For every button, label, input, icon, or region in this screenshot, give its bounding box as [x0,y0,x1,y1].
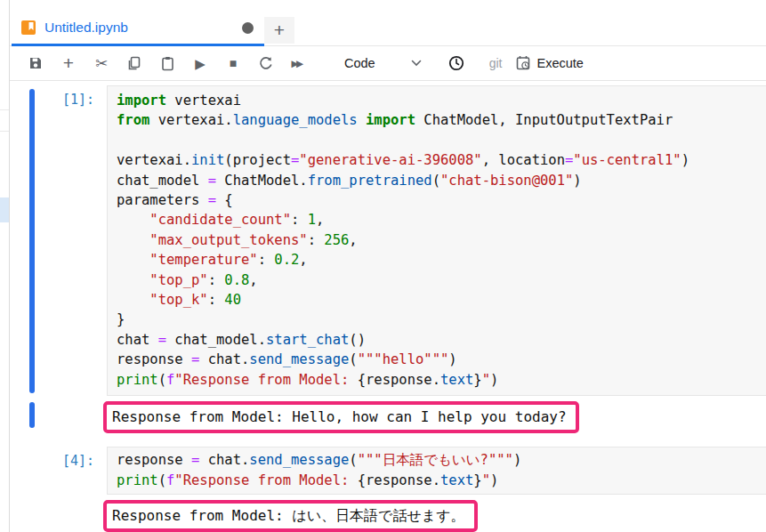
output-annotation-box-1: Response from Model: Hello, how can I he… [103,401,579,433]
restart-kernel-button[interactable] [258,53,274,73]
new-tab-button[interactable]: + [264,17,294,44]
code-editor-1[interactable]: import vertexaifrom vertexai.language_mo… [107,85,766,396]
save-button[interactable] [28,53,44,73]
output-prompt-spacer [10,396,107,433]
rail-highlight [0,197,9,222]
copy-cells-button[interactable] [126,53,142,73]
stop-icon: ■ [230,57,237,69]
code-editor-2[interactable]: response = chat.send_message("""日本語でもいい?… [107,447,766,495]
output-text-1: Response from Model: Hello, how can I he… [112,408,567,425]
clipboard-icon [161,56,174,71]
cell-type-dropdown[interactable]: Code [344,56,375,70]
restart-icon [259,56,273,70]
play-icon: ▶ [195,57,206,70]
copy-icon [127,56,141,71]
fast-forward-icon: ▶▶ [291,59,301,69]
execute-button[interactable]: Execute [516,55,583,71]
interrupt-kernel-button[interactable]: ■ [225,53,241,73]
code-lines: import vertexaifrom vertexai.language_mo… [117,91,766,390]
output-area-1: Response from Model: Hello, how can I he… [10,396,766,433]
execution-time-button[interactable] [448,55,464,71]
execute-label: Execute [536,56,583,70]
calendar-clock-icon [516,55,531,71]
code-cell-2: [4]: response = chat.send_message("""日本語… [10,447,766,495]
output-prompt-spacer [10,495,107,532]
scissors-icon: ✂ [95,56,108,71]
code-lines: response = chat.send_message("""日本語でもいい?… [117,450,766,490]
output-annotation-box-2: Response from Model: はい、日本語で話せます。 [103,500,478,532]
cut-cells-button[interactable]: ✂ [93,53,109,73]
tab-bar: Untitled.ipynb + [10,0,766,46]
run-cell-button[interactable]: ▶ [192,53,208,73]
notebook-icon [20,20,36,36]
restart-run-all-button[interactable]: ▶▶ [288,53,304,73]
rail-separator [0,109,9,110]
input-collapser-cell-1[interactable] [29,89,35,393]
plus-icon: + [63,53,74,72]
notebook-panel: [1]: import vertexaifrom vertexai.langua… [10,81,766,532]
unsaved-changes-indicator [242,22,254,34]
code-cell-1: [1]: import vertexaifrom vertexai.langua… [10,85,766,396]
paste-cells-button[interactable] [159,53,175,73]
floppy-disk-icon [28,56,43,70]
left-sidebar-rail [0,0,10,532]
tab-untitled-ipynb[interactable]: Untitled.ipynb [12,10,264,45]
execution-count-1: [1]: [10,85,107,396]
notebook-toolbar: + ✂ ▶ ■ ▶▶ [10,46,766,81]
execution-count-2: [4]: [10,447,107,495]
output-collapser-cell-1[interactable] [29,402,35,428]
rail-separator [0,131,9,132]
plus-icon: + [274,20,285,41]
tab-title: Untitled.ipynb [44,20,128,36]
output-area-2: Response from Model: はい、日本語で話せます。 [10,495,766,532]
clock-icon [448,55,464,71]
insert-cell-button[interactable]: + [60,52,77,72]
cell-type-dropdown-arrow[interactable] [411,60,422,67]
output-text-2: Response from Model: はい、日本語で話せます。 [112,507,465,524]
git-status-label[interactable]: git [489,56,503,70]
jupyterlab-window: Untitled.ipynb + + ✂ [0,0,766,532]
chevron-down-icon [411,60,422,67]
